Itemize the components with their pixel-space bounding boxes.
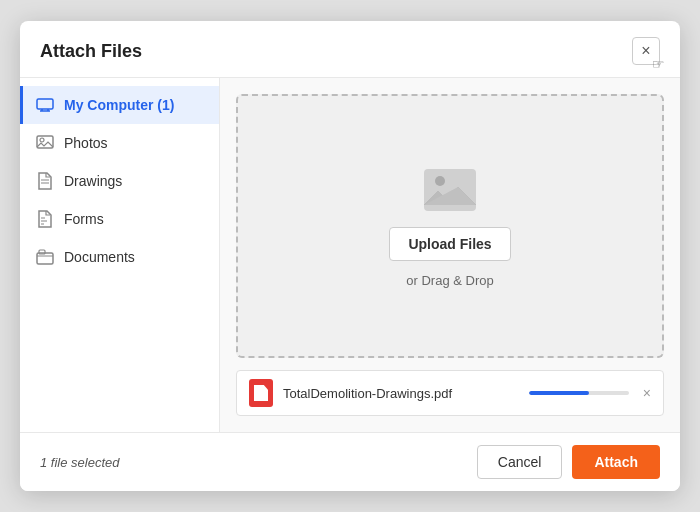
modal-body: My Computer (1) Photos: [20, 78, 680, 432]
svg-rect-4: [37, 136, 53, 148]
close-button[interactable]: × ☞: [632, 37, 660, 65]
pdf-icon-inner: [254, 385, 268, 401]
upload-files-button[interactable]: Upload Files: [389, 227, 510, 261]
drop-zone[interactable]: Upload Files or Drag & Drop: [236, 94, 664, 358]
modal-title: Attach Files: [40, 41, 142, 62]
file-progress-bar: [529, 391, 589, 395]
modal-header: Attach Files × ☞: [20, 21, 680, 78]
sidebar-item-drawings[interactable]: Drawings: [20, 162, 219, 200]
drawings-icon: [36, 172, 54, 190]
svg-point-5: [40, 138, 44, 142]
footer-actions: Cancel Attach: [477, 445, 660, 479]
close-icon: ×: [641, 42, 650, 60]
cancel-button[interactable]: Cancel: [477, 445, 563, 479]
svg-rect-0: [37, 99, 53, 109]
svg-rect-11: [37, 253, 53, 264]
pdf-icon: [249, 379, 273, 407]
sidebar-item-my-computer[interactable]: My Computer (1): [20, 86, 219, 124]
file-selected-status: 1 file selected: [40, 455, 120, 470]
upload-image-icon: [420, 165, 480, 215]
cursor-hint: ☞: [652, 56, 665, 72]
monitor-icon: [36, 96, 54, 114]
file-remove-button[interactable]: ×: [643, 385, 651, 401]
photos-icon: [36, 134, 54, 152]
documents-icon: [36, 248, 54, 266]
sidebar-label-my-computer: My Computer (1): [64, 97, 174, 113]
sidebar-item-photos[interactable]: Photos: [20, 124, 219, 162]
sidebar-label-photos: Photos: [64, 135, 108, 151]
sidebar-label-forms: Forms: [64, 211, 104, 227]
attach-files-modal: Attach Files × ☞ My Computer (1): [20, 21, 680, 491]
sidebar-item-forms[interactable]: Forms: [20, 200, 219, 238]
attach-button[interactable]: Attach: [572, 445, 660, 479]
file-item: TotalDemolition-Drawings.pdf ×: [236, 370, 664, 416]
svg-point-14: [435, 176, 445, 186]
sidebar-label-documents: Documents: [64, 249, 135, 265]
content-area: Upload Files or Drag & Drop TotalDemolit…: [220, 78, 680, 432]
sidebar-item-documents[interactable]: Documents: [20, 238, 219, 276]
file-progress-bar-container: [529, 391, 629, 395]
modal-footer: 1 file selected Cancel Attach: [20, 432, 680, 491]
drag-drop-label: or Drag & Drop: [406, 273, 493, 288]
forms-icon: [36, 210, 54, 228]
sidebar: My Computer (1) Photos: [20, 78, 220, 432]
sidebar-label-drawings: Drawings: [64, 173, 122, 189]
file-name: TotalDemolition-Drawings.pdf: [283, 386, 519, 401]
